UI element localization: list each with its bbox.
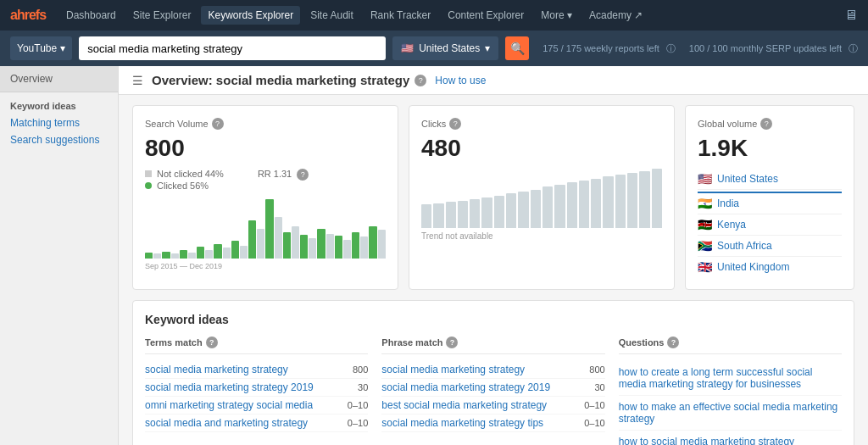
global-volume-help-icon[interactable]: ? [760, 118, 772, 130]
bar [188, 253, 196, 259]
search-input[interactable] [79, 36, 386, 60]
clicks-title: Clicks ? [421, 118, 662, 130]
rr-help-icon[interactable]: ? [297, 169, 309, 181]
country-india-link[interactable]: India [717, 197, 842, 209]
phrase-link-3[interactable]: social media marketing strategy tips [381, 417, 543, 429]
search-volume-chart [145, 199, 386, 259]
terms-match-header: Terms match ? [145, 337, 368, 354]
bar [223, 248, 231, 259]
hamburger-icon[interactable]: ☰ [132, 74, 143, 87]
bar [248, 220, 256, 259]
chart-date-range: Sep 2015 — Dec 2019 [145, 262, 386, 270]
country-sa-link[interactable]: South Africa [717, 240, 842, 252]
bar [470, 199, 480, 228]
sidebar: Overview Keyword ideas Matching terms Se… [0, 66, 119, 445]
question-link-0[interactable]: how to create a long term successful soc… [619, 364, 842, 392]
terms-row-1: social media marketing strategy 2019 30 [145, 379, 368, 397]
terms-vol-1: 30 [358, 382, 368, 392]
phrase-row-1: social media marketing strategy 2019 30 [381, 379, 604, 397]
terms-vol-0: 800 [353, 364, 368, 375]
bar [369, 226, 376, 259]
platform-chevron-icon: ▾ [60, 42, 65, 54]
logo[interactable]: ahrefs [10, 8, 46, 23]
page-help-icon[interactable]: ? [415, 75, 426, 86]
nav-keywords-explorer[interactable]: Keywords Explorer [201, 6, 300, 25]
bar [231, 241, 239, 259]
phrase-vol-3: 0–10 [584, 418, 604, 428]
kenya-flag-icon: 🇰🇪 [698, 218, 712, 231]
sa-flag-icon: 🇿🇦 [698, 239, 712, 253]
phrase-match-col: Phrase match ? social media marketing st… [381, 337, 604, 445]
phrase-row-3: social media marketing strategy tips 0–1… [381, 414, 604, 432]
bar [458, 201, 468, 228]
sidebar-item-search-suggestions[interactable]: Search suggestions [0, 131, 118, 148]
bar [542, 186, 553, 228]
country-row-kenya: 🇰🇪 Kenya [698, 214, 842, 236]
phrase-link-2[interactable]: best social media marketing strategy [381, 399, 547, 411]
search-volume-title: Search Volume ? [145, 118, 386, 130]
search-button[interactable]: 🔍 [505, 36, 529, 60]
question-link-2[interactable]: how to social media marketing strategy [619, 433, 794, 445]
phrase-link-1[interactable]: social media marketing strategy 2019 [381, 381, 550, 393]
question-row-1: how to make an effective social media ma… [619, 396, 842, 431]
phrase-match-help-icon[interactable]: ? [446, 337, 458, 348]
bar [567, 182, 577, 228]
terms-match-help-icon[interactable]: ? [206, 337, 218, 348]
question-row-2: how to social media marketing strategy [619, 431, 842, 445]
terms-row-0: social media marketing strategy 800 [145, 361, 368, 379]
search-bar: YouTube ▾ 🇺🇸 United States ▾ 🔍 175 / 175… [0, 31, 868, 66]
global-volume-value: 1.9K [698, 135, 842, 162]
questions-col: Questions ? how to create a long term su… [619, 337, 842, 445]
country-uk-link[interactable]: United Kingdom [717, 261, 842, 273]
sidebar-item-matching-terms[interactable]: Matching terms [0, 114, 118, 131]
how-to-link[interactable]: How to use [435, 75, 486, 86]
country-kenya-link[interactable]: Kenya [717, 219, 842, 231]
nav-dashboard[interactable]: Dashboard [59, 6, 123, 25]
question-row-0: how to create a long term successful soc… [619, 361, 842, 396]
not-clicked-legend: Not clicked 44% [145, 169, 224, 179]
bar [343, 240, 351, 259]
bar [292, 226, 299, 259]
bar [326, 234, 334, 259]
rr-info: RR 1.31 ? [258, 169, 309, 181]
bar [257, 229, 264, 259]
search-volume-help-icon[interactable]: ? [212, 118, 224, 130]
global-country-list: 🇺🇸 United States 🇮🇳 India 🇰🇪 Kenya 🇿🇦 [698, 169, 842, 277]
phrase-match-header: Phrase match ? [381, 337, 604, 354]
quota-help-icon: ⓘ [666, 42, 676, 55]
bar [481, 197, 492, 228]
clicks-help-icon[interactable]: ? [449, 118, 461, 130]
nav-academy[interactable]: Academy ↗ [582, 6, 649, 25]
terms-match-col: Terms match ? social media marketing str… [145, 337, 368, 445]
uk-flag-icon: 🇬🇧 [698, 260, 712, 274]
search-volume-card: Search Volume ? 800 Not clicked 44% Clic… [132, 105, 398, 290]
terms-link-3[interactable]: social media and marketing strategy [145, 417, 308, 429]
terms-row-3: social media and marketing strategy 0–10 [145, 414, 368, 432]
question-link-1[interactable]: how to make an effective social media ma… [619, 398, 842, 427]
top-nav: ahrefs Dashboard Site Explorer Keywords … [0, 0, 868, 31]
country-select[interactable]: 🇺🇸 United States ▾ [392, 36, 498, 60]
clicks-card: Clicks ? 480 [409, 105, 675, 290]
country-chevron-icon: ▾ [485, 42, 490, 54]
bar [652, 169, 662, 228]
nav-site-audit[interactable]: Site Audit [303, 6, 360, 25]
country-us-link[interactable]: United States [717, 173, 842, 185]
clicks-chart [421, 169, 662, 228]
nav-more[interactable]: More ▾ [534, 6, 579, 25]
global-volume-title: Global volume ? [698, 118, 842, 130]
questions-help-icon[interactable]: ? [667, 337, 679, 348]
terms-link-0[interactable]: social media marketing strategy [145, 364, 288, 375]
terms-link-2[interactable]: omni marketing strategy social media [145, 399, 313, 411]
sidebar-item-overview[interactable]: Overview [0, 66, 118, 92]
nav-rank-tracker[interactable]: Rank Tracker [364, 6, 437, 25]
global-volume-card: Global volume ? 1.9K 🇺🇸 United States 🇮🇳… [685, 105, 854, 290]
nav-content-explorer[interactable]: Content Explorer [441, 6, 531, 25]
platform-select[interactable]: YouTube ▾ [10, 36, 72, 60]
main-layout: Overview Keyword ideas Matching terms Se… [0, 66, 868, 445]
terms-link-1[interactable]: social media marketing strategy 2019 [145, 381, 314, 393]
country-row-india: 🇮🇳 India [698, 193, 842, 214]
country-row-sa: 🇿🇦 South Africa [698, 236, 842, 257]
phrase-link-0[interactable]: social media marketing strategy [381, 364, 525, 375]
bar [433, 203, 443, 228]
nav-site-explorer[interactable]: Site Explorer [126, 6, 198, 25]
